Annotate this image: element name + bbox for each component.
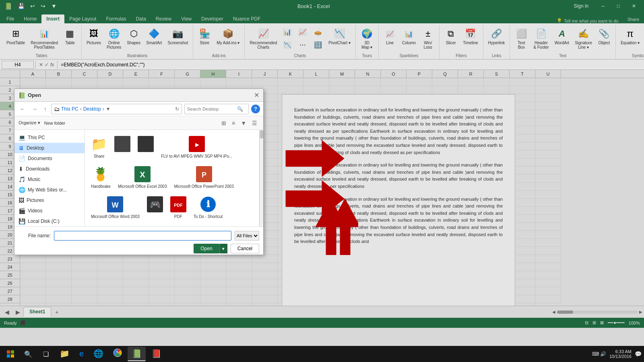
share-folder-icon: 📁 [91, 136, 107, 152]
dialog-close-button[interactable]: ✕ [254, 91, 259, 99]
path-dropdown-icon[interactable]: ▼ [106, 106, 111, 112]
dialog-sidebar: 💻 This PC 🖥 Desktop 📄 Documents ⬇ Downlo… [14, 130, 85, 226]
sidebar-desktop[interactable]: 🖥 Desktop [14, 143, 85, 153]
filename-row: File name: All Files [19, 231, 259, 241]
file-unknown2[interactable] [136, 134, 156, 161]
dialog-search-box[interactable]: 🔍 [184, 104, 249, 114]
word-label: Microsoft Office Word 2003 [91, 214, 140, 219]
this-pc-label: This PC [28, 135, 45, 140]
todo-file-icon: ℹ [200, 196, 216, 212]
excel-dialog-icon: 📗 [19, 92, 25, 99]
view-details-button[interactable]: ≡ [230, 119, 237, 128]
file-excel[interactable]: X Microsoft Office Excel 2003 [116, 164, 169, 191]
filename-input[interactable] [54, 231, 231, 241]
pictures-sidebar-icon: 🖼 [19, 197, 24, 204]
dialog-toolbar: ← → ↑ 🗂 This PC › Desktop › ▼ ↻ 🔍 ? [14, 102, 263, 116]
file-flv[interactable]: ▶ FLV to AVI MPEG WMV 3GP MP4 iPo... [159, 134, 234, 161]
svg-text:X: X [140, 170, 145, 179]
sidebar-music[interactable]: 🎵 Music [14, 174, 85, 185]
game-icon: 🎮 [147, 196, 163, 212]
music-label: Music [28, 177, 40, 182]
handbrake-icon: 🍍 [93, 166, 109, 182]
file-game[interactable]: 🎮 [145, 194, 165, 221]
path-separator2: › [103, 106, 104, 112]
file2-icon [138, 136, 154, 152]
path-refresh-icon[interactable]: ↻ [175, 106, 179, 112]
downloads-label: Downloads [26, 166, 50, 172]
sidebar-this-pc[interactable]: 💻 This PC [14, 132, 85, 143]
svg-text:🎮: 🎮 [149, 199, 161, 210]
svg-text:ℹ: ℹ [206, 199, 210, 209]
sidebar-videos[interactable]: 🎬 Videos [14, 206, 85, 216]
sidebar-my-web-sites[interactable]: 🌐 My Web Sites or... [14, 185, 85, 195]
file-handbrake[interactable]: 🍍 Handbrake [89, 164, 113, 191]
file-unknown1[interactable] [112, 134, 132, 161]
handbrake-label: Handbrake [91, 184, 111, 189]
dialog-search-icon: 🔍 [237, 106, 243, 112]
my-web-sites-label: My Web Sites or... [28, 187, 67, 193]
filename-label: File name: [19, 233, 51, 239]
share-label: Share [94, 154, 105, 159]
new-folder-button[interactable]: New folder [44, 121, 66, 125]
file-pdf[interactable]: PDF PDF [168, 194, 188, 221]
svg-text:W: W [112, 201, 119, 209]
open-dialog: 📗 Open ✕ ← → ↑ 🗂 This PC › Desktop › ▼ ↻… [14, 88, 264, 255]
dialog-footer: File name: All Files Open ▼ Cancel [14, 226, 263, 255]
path-item-this-pc[interactable]: This PC [61, 106, 78, 112]
dialog-files-grid: 📁 Share ▶ FLV to [89, 134, 259, 221]
open-btn-group: Open ▼ [194, 244, 227, 253]
downloads-icon: ⬇ [19, 166, 23, 172]
dialog-body: 💻 This PC 🖥 Desktop 📄 Documents ⬇ Downlo… [14, 130, 263, 226]
videos-label: Videos [28, 208, 42, 214]
dialog-help-button[interactable]: ? [251, 105, 260, 113]
svg-text:P: P [202, 171, 206, 179]
file-share[interactable]: 📁 Share [89, 134, 109, 161]
open-button[interactable]: Open [194, 244, 219, 253]
dialog-btn-row: Open ▼ Cancel [19, 244, 259, 253]
dialog-back-button[interactable]: ← [18, 105, 27, 113]
dialog-files-area: 📁 Share ▶ FLV to [85, 130, 263, 226]
view-grid-button[interactable]: ⊞ [219, 119, 228, 128]
dialog-forward-button[interactable]: → [30, 105, 39, 113]
powerpoint-label: Microsoft Office PowerPoint 2003 [174, 184, 233, 189]
filetype-dropdown[interactable]: All Files [235, 231, 259, 241]
pictures-sidebar-label: Pictures [27, 197, 44, 203]
desktop-icon: 🖥 [19, 145, 24, 151]
pdf-label: PDF [174, 214, 182, 219]
videos-icon: 🎬 [19, 208, 25, 214]
open-dropdown-button[interactable]: ▼ [219, 244, 227, 253]
todo-label: To Do - Shortcut [194, 214, 223, 219]
documents-label: Documents [28, 156, 52, 161]
path-arrow-icon: 🗂 [54, 106, 60, 112]
file-word[interactable]: W Microsoft Office Word 2003 [89, 194, 142, 221]
excel-label: Microsoft Office Excel 2003 [118, 184, 167, 189]
music-icon: 🎵 [19, 176, 25, 183]
path-item-desktop[interactable]: Desktop [83, 106, 101, 112]
sidebar-documents[interactable]: 📄 Documents [14, 153, 85, 164]
view-list-button[interactable]: ☰ [250, 119, 259, 128]
pdf-file-icon: PDF [170, 196, 186, 212]
sidebar-local-c[interactable]: 💾 Local Disk (C:) [14, 216, 85, 226]
file-todo[interactable]: ℹ To Do - Shortcut [192, 194, 225, 221]
path-separator: › [80, 106, 82, 112]
my-web-sites-icon: 🌐 [19, 187, 25, 193]
excel-file-icon: X [134, 166, 151, 182]
dialog-overlay: 📗 Open ✕ ← → ↑ 🗂 This PC › Desktop › ▼ ↻… [0, 0, 644, 362]
dialog-path-box: 🗂 This PC › Desktop › ▼ ↻ [51, 104, 182, 114]
dialog-search-input[interactable] [187, 107, 235, 111]
dialog-scrollbar-thumb[interactable] [260, 130, 263, 138]
sidebar-pictures[interactable]: 🖼 Pictures [14, 195, 85, 206]
dialog-up-button[interactable]: ↑ [42, 105, 49, 113]
dialog-title-text: Open [28, 92, 41, 98]
organize-button[interactable]: Organize ▾ [19, 120, 40, 125]
cancel-button[interactable]: Cancel [231, 244, 259, 253]
sidebar-downloads[interactable]: ⬇ Downloads [14, 164, 85, 174]
dialog-title-bar: 📗 Open ✕ [14, 89, 263, 102]
dialog-second-toolbar: Organize ▾ New folder ⊞ ≡ ▼ ☰ [14, 116, 263, 130]
desktop-label: Desktop [27, 145, 44, 151]
dialog-scrollbar[interactable] [259, 130, 263, 226]
file-powerpoint[interactable]: P Microsoft Office PowerPoint 2003 [172, 164, 235, 191]
word-file-icon: W [107, 196, 123, 212]
powerpoint-file-icon: P [196, 166, 212, 182]
view-dropdown-button[interactable]: ▼ [239, 119, 248, 128]
